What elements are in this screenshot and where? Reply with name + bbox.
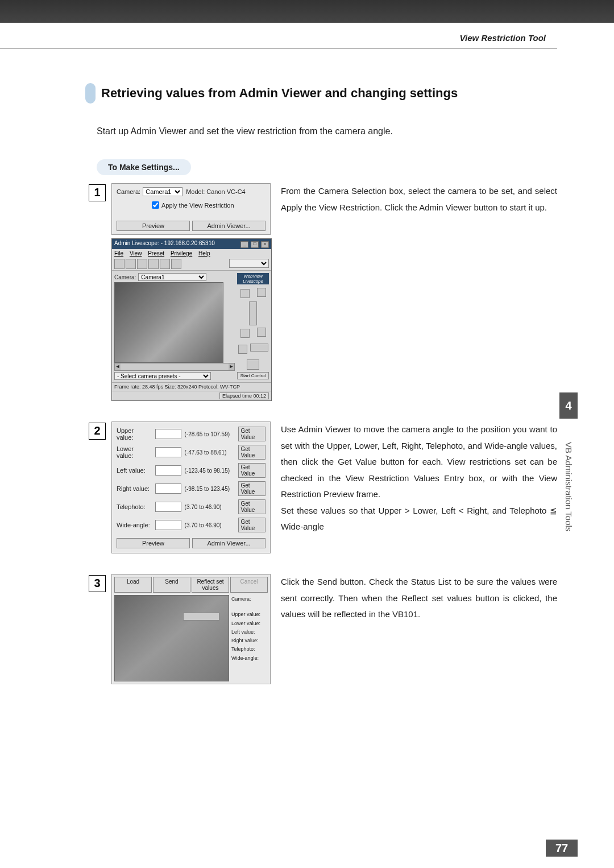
get-value-button-telephoto[interactable]: Get Value (238, 499, 265, 514)
apply-view-restriction-label: Apply the View Restriction (161, 202, 234, 209)
menubar: File View Preset Privilege Help (112, 249, 271, 258)
toolbar (112, 258, 271, 271)
section-bullet (85, 83, 96, 104)
values-panel: Upper value: (-28.65 to 107.59) Get Valu… (111, 421, 271, 553)
send-button[interactable]: Send (153, 577, 190, 593)
backlight-button[interactable] (240, 289, 250, 298)
scroll-left-icon[interactable]: ◄ (115, 363, 121, 370)
menu-help[interactable]: Help (198, 250, 210, 257)
preview-button[interactable]: Preview (117, 221, 190, 231)
video-preview (114, 282, 223, 363)
start-control-button[interactable]: Start Control (237, 372, 269, 379)
left-value-range: (-123.45 to 98.15) (185, 468, 235, 474)
subhead-pill: To Make Settings... (97, 159, 191, 175)
step-number-3: 3 (89, 575, 106, 592)
status-text: Frame rate: 28.48 fps Size: 320x240 Prot… (114, 384, 240, 390)
toolbar-select[interactable] (229, 259, 269, 268)
upper-value-range: (-28.65 to 107.59) (185, 431, 235, 437)
window-titlebar: Admin Livescope: - 192.168.0.20:65310 _ … (112, 239, 271, 249)
menu-view[interactable]: View (130, 250, 142, 257)
toolbar-button-4[interactable] (148, 259, 159, 269)
left-value-input[interactable] (155, 465, 181, 476)
chapter-number-tab: 4 (559, 392, 578, 419)
control-button[interactable] (238, 345, 247, 354)
tilt-down-button[interactable] (257, 328, 266, 337)
step2-description: Use Admin Viewer to move the camera angl… (281, 424, 557, 499)
status-bar: Frame rate: 28.48 fps Size: 320x240 Prot… (112, 382, 271, 391)
scroll-right-icon[interactable]: ► (229, 363, 234, 370)
preview-button-2[interactable]: Preview (117, 538, 190, 548)
zoom-button[interactable] (240, 329, 250, 338)
upper-value-input[interactable] (155, 429, 181, 439)
reflect-panel: Load Send Reflect set values Cancel Came… (111, 574, 271, 684)
camera-label: Camera: (117, 188, 140, 195)
brand-label: WebView Livescope (237, 273, 269, 284)
step2-description-2: Set these values so that Upper > Lower, … (281, 506, 557, 532)
wideangle-input[interactable] (155, 520, 181, 530)
side-telephoto-label: Telephoto: (231, 645, 268, 654)
minimize-icon[interactable]: _ (240, 241, 248, 248)
livescope-camera-label: Camera: (114, 274, 136, 280)
step-number-2: 2 (89, 423, 106, 440)
admin-viewer-button-2[interactable]: Admin Viewer... (192, 538, 265, 548)
get-value-button-left[interactable]: Get Value (238, 463, 265, 478)
pan-scrollbar[interactable]: ◄ ► (114, 363, 235, 371)
preset-select[interactable]: - Select camera presets - (114, 372, 211, 380)
wideangle-range: (3.70 to 46.90) (185, 522, 235, 528)
lower-value-label: Lower value: (117, 445, 152, 459)
side-upper-label: Upper value: (231, 610, 268, 619)
section-title: Retrieving values from Admin Viewer and … (101, 86, 458, 101)
maximize-icon[interactable]: □ (251, 241, 259, 248)
get-value-button-right[interactable]: Get Value (238, 481, 265, 496)
camera-select[interactable]: Camera1 (143, 187, 182, 196)
toolbar-button-6[interactable] (171, 259, 181, 269)
step3-description: Click the Send button. Check the Status … (281, 574, 557, 623)
restriction-preview (114, 595, 229, 681)
left-value-label: Left value: (117, 467, 152, 474)
telephoto-range: (3.70 to 46.90) (185, 504, 235, 510)
lower-value-range: (-47.63 to 88.61) (185, 449, 235, 456)
step-number-1: 1 (89, 184, 106, 201)
model-label: Model: Canon VC-C4 (186, 188, 246, 195)
side-wide-label: Wide-angle: (231, 654, 268, 663)
side-left-label: Left value: (231, 628, 268, 636)
menu-file[interactable]: File (114, 250, 123, 257)
tilt-up-button[interactable] (257, 288, 266, 297)
window-title: Admin Livescope: - 192.168.0.20:65310 (114, 240, 215, 248)
chapter-title-vertical: VB Administration Tools (564, 424, 574, 549)
camera-selection-panel: Camera: Camera1 Model: Canon VC-C4 Apply… (111, 183, 271, 235)
admin-viewer-button[interactable]: Admin Viewer... (192, 221, 265, 231)
step1-description: From the Camera Selection box, select th… (281, 183, 557, 216)
toolbar-button-5[interactable] (160, 259, 170, 269)
side-right-label: Right value: (231, 636, 268, 645)
telephoto-input[interactable] (155, 502, 181, 512)
lower-value-input[interactable] (155, 447, 181, 457)
right-value-label: Right value: (117, 485, 152, 492)
toolbar-button-1[interactable] (114, 259, 125, 269)
snapshot-icon[interactable] (247, 359, 259, 370)
apply-view-restriction-checkbox[interactable] (152, 201, 159, 209)
intro-text: Start up Admin Viewer and set the view r… (97, 126, 557, 137)
toolbar-button-2[interactable] (126, 259, 136, 269)
get-value-button-wideangle[interactable]: Get Value (238, 518, 265, 532)
load-button[interactable]: Load (114, 577, 152, 593)
top-bar (0, 0, 614, 23)
telephoto-label: Telephoto: (117, 503, 152, 510)
toolbar-button-3[interactable] (137, 259, 147, 269)
upper-value-label: Upper value: (117, 427, 152, 441)
livescope-camera-select[interactable]: Camera1 (138, 273, 206, 281)
tool-name-header: View Restriction Tool (0, 23, 614, 43)
menu-preset[interactable]: Preset (148, 250, 164, 257)
menu-privilege[interactable]: Privilege (171, 250, 192, 257)
close-icon[interactable]: × (261, 241, 269, 248)
right-value-range: (-98.15 to 123.45) (185, 486, 235, 492)
admin-livescope-window: Admin Livescope: - 192.168.0.20:65310 _ … (111, 238, 272, 401)
preview-select-overlay[interactable] (183, 613, 219, 621)
get-value-button-lower[interactable]: Get Value (238, 445, 265, 460)
get-value-button-upper[interactable]: Get Value (238, 427, 265, 441)
right-value-input[interactable] (155, 483, 181, 494)
zoom-slider[interactable] (250, 344, 268, 352)
page-number: 77 (546, 840, 578, 857)
reflect-set-values-button[interactable]: Reflect set values (192, 577, 229, 593)
tilt-slider[interactable] (249, 301, 257, 325)
